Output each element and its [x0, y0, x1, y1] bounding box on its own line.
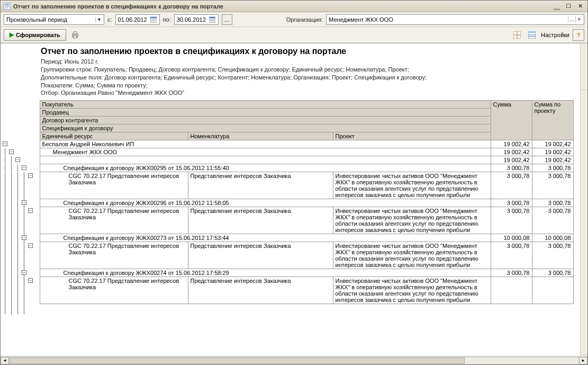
cell-sum-project: 19 002,42	[532, 148, 573, 156]
cell-sum-project: 19 002,42	[532, 156, 573, 164]
organization-input[interactable]	[329, 16, 568, 23]
period-combo[interactable]: ▼	[4, 14, 104, 25]
play-icon: ▶	[10, 31, 14, 38]
scroll-thumb[interactable]	[10, 358, 465, 364]
table-row[interactable]: − CGC 70.22.17 Представление интересов З…	[2, 207, 573, 234]
report-grid: Покупатель Сумма Сумма по проекту Продав…	[2, 100, 574, 304]
table-row[interactable]: − Спецификация к договору ЖЖХ00274 от 15…	[2, 269, 573, 277]
collapse-icon[interactable]: −	[22, 165, 26, 170]
svg-rect-22	[528, 31, 536, 33]
dropdown-icon[interactable]: ▼	[95, 17, 103, 22]
minimize-button[interactable]: __	[551, 2, 562, 11]
cell-resource: CGC 70.22.17 Представление интересов Зак…	[40, 277, 188, 304]
generate-button-label: Сформировать	[16, 32, 60, 38]
cell-sum: 3 000,78	[491, 172, 532, 199]
close-button[interactable]: ✕	[575, 2, 585, 11]
app-icon	[3, 2, 11, 11]
svg-rect-8	[153, 20, 154, 21]
calendar-icon[interactable]	[209, 16, 216, 23]
cell-seller: Менеджмент ЖКХ ООО	[40, 148, 491, 156]
date-to-input[interactable]	[177, 16, 209, 23]
scroll-track[interactable]	[9, 357, 579, 364]
date-to-field[interactable]	[174, 14, 219, 25]
collapse-icon[interactable]: −	[28, 208, 33, 213]
cell-resource: CGC 70.22.17 Представление интересов Зак…	[40, 172, 188, 199]
cell-sum-project: 3 000,78	[532, 164, 573, 172]
collapse-icon[interactable]: −	[3, 141, 7, 146]
collapse-icon[interactable]: −	[9, 149, 14, 154]
table-row[interactable]: − 19 002,42 19 002,42	[2, 156, 573, 164]
report-period: Период: Июнь 2012 г.	[41, 58, 583, 66]
period-combo-value[interactable]	[6, 16, 95, 23]
generate-button[interactable]: ▶ Сформировать	[4, 29, 66, 41]
cell-project: Инвестирование чистых активов ООО "Менед…	[333, 172, 491, 199]
cell-project: Инвестирование чистых активов ООО "Менед…	[333, 277, 491, 304]
ellipsis-icon[interactable]: …	[568, 16, 575, 22]
collapse-icon[interactable]: −	[28, 173, 33, 178]
window-title: Отчет по заполнению проектов в специфика…	[13, 3, 551, 10]
cell-project: Инвестирование чистых активов ООО "Менед…	[333, 207, 491, 234]
print-button[interactable]	[69, 29, 81, 41]
org-label: Организация:	[286, 16, 323, 23]
cell-contract	[40, 156, 491, 164]
cell-sum: 3 000,78	[491, 164, 532, 172]
svg-rect-2	[5, 6, 9, 6]
date-from-field[interactable]	[115, 14, 160, 25]
collapse-icon[interactable]: −	[15, 157, 20, 162]
scroll-right-icon[interactable]: ►	[579, 357, 587, 364]
cell-nomen: Представление интересов Заказчика	[188, 172, 333, 199]
grid-view-button[interactable]	[511, 29, 523, 41]
scroll-left-icon[interactable]: ◄	[1, 357, 9, 364]
collapse-icon[interactable]: −	[28, 278, 33, 283]
table-row[interactable]: − Спецификация к договору ЖЖХ00296 от 15…	[2, 199, 573, 207]
cell-sum: 19 002,42	[491, 156, 532, 164]
maximize-button[interactable]: ☐	[563, 2, 574, 11]
organization-field[interactable]: … ×	[326, 14, 584, 25]
table-row[interactable]: − Беспалов Андрей Николаевич ИП 19 002,4…	[2, 140, 573, 148]
table-row[interactable]: − CGC 70.22.17 Представление интересов З…	[2, 277, 573, 304]
action-toolbar: ▶ Сформировать Настройки ?	[1, 27, 587, 43]
cell-resource: CGC 70.22.17 Представление интересов Зак…	[40, 242, 188, 269]
clear-icon[interactable]: ×	[575, 16, 583, 22]
col-spec: Спецификация к договору	[40, 124, 491, 132]
cell-sum-project: 3 000,78	[532, 172, 573, 199]
cell-sum	[491, 277, 532, 304]
calendar-icon[interactable]	[150, 16, 157, 23]
horizontal-scrollbar[interactable]: ◄ ►	[1, 356, 587, 364]
collapse-icon[interactable]: −	[28, 243, 33, 248]
col-nomen: Номенклатура	[188, 132, 333, 140]
table-row[interactable]: − CGC 70.22.17 Представление интересов З…	[2, 242, 573, 269]
cell-spec: Спецификация к договору ЖЖХ00295 от 15.0…	[40, 164, 491, 172]
cell-sum-project: 3 000,78	[532, 199, 573, 207]
table-row[interactable]: − CGC 70.22.17 Представление интересов З…	[2, 172, 573, 199]
table-view-button[interactable]	[526, 29, 538, 41]
collapse-icon[interactable]: −	[22, 235, 26, 240]
settings-button[interactable]: Настройки	[541, 32, 569, 38]
filter-toolbar: ▼ с: по: ... Организация: … ×	[1, 12, 587, 27]
collapse-icon[interactable]: −	[22, 270, 26, 275]
col-project: Проект	[333, 132, 491, 140]
svg-rect-1	[5, 4, 9, 5]
report-viewport[interactable]: Отчет по заполнению проектов в специфика…	[1, 43, 587, 356]
cell-nomen: Представление интересов Заказчика	[188, 242, 333, 269]
to-label: по:	[163, 16, 171, 23]
period-picker-button[interactable]: ...	[222, 14, 232, 25]
collapse-icon[interactable]: −	[22, 200, 26, 205]
cell-sum: 10 000,08	[491, 234, 532, 242]
table-row[interactable]: − Спецификация к договору ЖЖХ00273 от 15…	[2, 234, 573, 242]
cell-sum-project: 10 000,08	[532, 234, 573, 242]
report-header: Отчет по заполнению проектов в специфика…	[1, 44, 587, 100]
settings-label: Настройки	[541, 32, 569, 38]
col-seller: Продавец	[40, 109, 491, 117]
cell-spec: Спецификация к договору ЖЖХ00296 от 15.0…	[40, 199, 491, 207]
cell-nomen: Представление интересов Заказчика	[188, 207, 333, 234]
help-button[interactable]: ?	[573, 29, 584, 41]
svg-rect-4	[5, 8, 7, 8]
date-from-input[interactable]	[118, 16, 150, 23]
svg-rect-6	[150, 17, 157, 19]
table-row[interactable]: − Спецификация к договору ЖЖХ00295 от 15…	[2, 164, 573, 172]
table-row[interactable]: − Менеджмент ЖКХ ООО 19 002,42 19 002,42	[2, 148, 573, 156]
svg-rect-11	[209, 17, 215, 19]
svg-rect-9	[155, 20, 156, 21]
col-buyer: Покупатель	[40, 101, 491, 109]
